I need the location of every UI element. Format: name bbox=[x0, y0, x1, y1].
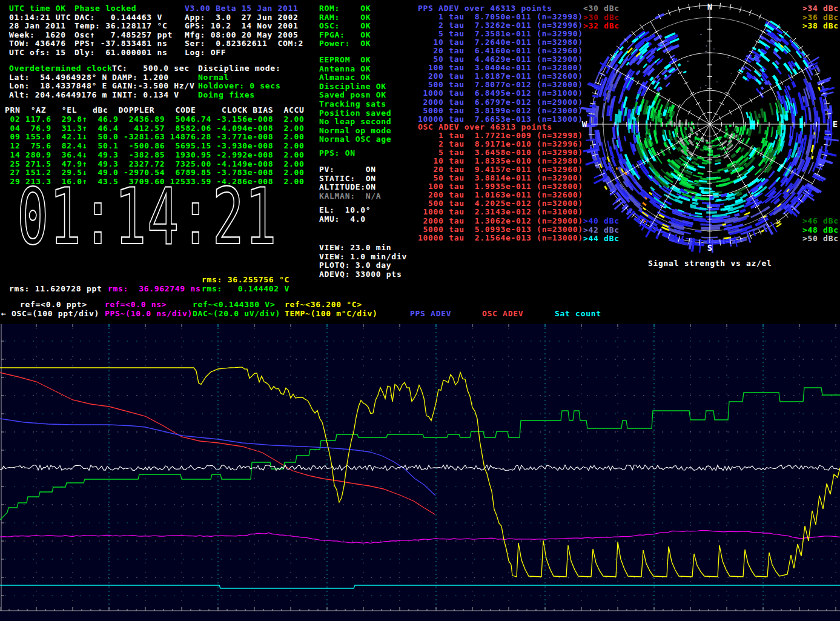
dbc-legend-ne: >34 dBc>36 dBc>38 dBc bbox=[802, 4, 839, 31]
osc-adev-table-line: 1 tau 1.7721e-009 (n=32998) bbox=[418, 131, 583, 140]
mask-settings-line: AMU: 4.0 bbox=[319, 215, 371, 224]
legend-osc-adev: OSC ADEV bbox=[482, 310, 523, 319]
ref-pps: ref=<0.0 ns> bbox=[105, 301, 167, 310]
receiver-status-line: Discipline OK bbox=[319, 82, 391, 91]
pps-adev-table-line: 20 tau 6.4160e-011 (n=32960) bbox=[418, 47, 583, 55]
legend-osc-adev-line: OSC ADEV bbox=[482, 310, 523, 319]
pps-state-line: PPS: ON bbox=[319, 149, 356, 158]
version-info-line: GPS: 10.2 14 Nov 2001 bbox=[185, 22, 303, 31]
dbc-legend-se-line: >48 dBc bbox=[802, 226, 839, 235]
position-info-line: Alt: 204.46449176 m bbox=[9, 91, 113, 100]
rms-dac: rms: 0.144402 V bbox=[202, 285, 289, 294]
loop-params-line: DAMP: 1.200 bbox=[112, 73, 194, 82]
hardware-status-line: RAM: OK bbox=[319, 13, 371, 22]
receiver-status-line: Almanac OK bbox=[319, 73, 391, 82]
fix-modes: PV: ONSTATIC: ONALTITUDE:ONKALMAN: N/A bbox=[319, 165, 381, 201]
pps-state: PPS: ON bbox=[319, 149, 356, 158]
legend-sat-count-line: Sat count bbox=[555, 310, 601, 319]
scale-pps: PPS~(10.0 ns/div) bbox=[105, 310, 193, 319]
scale-temp: TEMP~(100 m°C/div) bbox=[285, 310, 377, 319]
dbc-legend-nw-line: <30 dBc bbox=[583, 4, 620, 13]
oscillator-status-line: Temp: 36.128117 °C bbox=[74, 22, 173, 31]
satellite-table-line: 14 280.9 36.4↓ 49.3 -382.85 1930.95 -2.9… bbox=[5, 151, 305, 160]
discipline-status-line: Normal bbox=[198, 73, 280, 82]
digital-clock-text: 01:14:21 bbox=[17, 181, 277, 253]
osc-adev-table-line: 5 tau 3.6458e-010 (n=32990) bbox=[418, 148, 583, 157]
osc-adev-table-line: 50 tau 3.8814e-011 (n=32900) bbox=[418, 174, 583, 182]
dbc-legend-sw-line: >44 dBc bbox=[583, 234, 620, 244]
position-info: Overdetermined clockLat: 54.4964928° NLo… bbox=[9, 64, 113, 99]
discipline-status-line: Holdover: 0 secs bbox=[198, 82, 280, 91]
pps-adev-table-line: 10 tau 7.2640e-011 (n=32980) bbox=[418, 38, 583, 47]
time-status-line: UTC time OK bbox=[9, 4, 71, 13]
history-plot[interactable] bbox=[0, 324, 840, 621]
hardware-status-line: FPGA: OK bbox=[319, 31, 371, 40]
view-settings-line: VIEW: 23.0 min bbox=[319, 244, 407, 253]
big-clock: 01:14:21 bbox=[17, 181, 296, 253]
view-settings: VIEW: 23.0 minVIEW: 1.0 min/divPLOTQ: 3.… bbox=[319, 244, 407, 279]
dbc-legend-ne-line: >38 dBc bbox=[802, 22, 839, 31]
osc-adev-table-line: 10 tau 1.8335e-010 (n=32980) bbox=[418, 157, 583, 165]
version-info-line: App: 3.0 27 Jun 2002 bbox=[185, 13, 303, 22]
pps-adev-table-line: 500 tau 7.8077e-012 (n=32000) bbox=[418, 81, 583, 89]
version-info: V3.00 Beta 15 Jan 2011App: 3.0 27 Jun 20… bbox=[185, 4, 303, 58]
dbc-legend-sw-line: >42 dBc bbox=[583, 226, 620, 235]
position-info-line: Overdetermined clock bbox=[9, 64, 113, 73]
dbc-legend-sw-line: >40 dBc bbox=[583, 217, 620, 226]
legend-pps-adev: PPS ADEV bbox=[410, 310, 451, 319]
receiver-status-line: Normal op mode bbox=[319, 127, 391, 136]
scale-dac: DAC~(20.0 uV/div) bbox=[193, 310, 280, 319]
oscillator-status-line: DAC: 0.144463 V bbox=[74, 13, 173, 22]
fix-modes-line: KALMAN: N/A bbox=[319, 192, 381, 201]
compass-n: N bbox=[707, 2, 712, 12]
position-info-line: Lon: 18.4337848° E bbox=[9, 82, 113, 91]
position-info-line: Lat: 54.4964928° N bbox=[9, 73, 113, 82]
ref-temp-line: ref~<36.200 °C> bbox=[285, 301, 362, 310]
osc-adev-table-line: 2000 tau 1.3062e-012 (n=29000) bbox=[418, 217, 583, 225]
mask-settings: EL: 10.0°AMU: 4.0 bbox=[319, 206, 371, 224]
loop-params-line: TC: 500.0 sec bbox=[112, 64, 194, 73]
discipline-status-line: Discipline mode: bbox=[198, 64, 280, 73]
receiver-status-line: Tracking sats bbox=[319, 100, 391, 109]
rms-temp-line: rms: 36.255756 °C bbox=[202, 276, 289, 285]
satellite-table-line: 25 271.5 47.9↑ 49.3 2327.72 7325.00 -4.1… bbox=[5, 160, 305, 169]
rms-dac-line: rms: 0.144402 V bbox=[202, 285, 289, 294]
compass-s: S bbox=[707, 243, 712, 253]
polar-caption: Signal strength vs az/el bbox=[648, 259, 772, 268]
osc-adev-table-line: 10000 tau 2.1564e-013 (n=13000) bbox=[418, 234, 583, 242]
dbc-legend-se-line: >50 dBc bbox=[802, 234, 839, 244]
receiver-status-line: Position saved bbox=[319, 109, 391, 118]
satellite-table-line: PRN °AZ °EL dBc DOPPLER CODE CLOCK BIAS … bbox=[5, 106, 305, 115]
legend-sat-count: Sat count bbox=[555, 310, 601, 319]
pps-adev-table: PPS ADEV over 46313 points 1 tau 8.7050e… bbox=[418, 4, 583, 124]
pps-adev-table-line: PPS ADEV over 46313 points bbox=[418, 4, 583, 13]
pps-adev-table-line: 1000 tau 6.8495e-012 (n=31000) bbox=[418, 89, 583, 98]
pps-adev-table-line: 2000 tau 6.6797e-012 (n=29000) bbox=[418, 98, 583, 107]
time-status: UTC time OK01:14:21 UTC28 Jan 2011Week: … bbox=[9, 4, 71, 58]
loop-params: TC: 500.0 secDAMP: 1.200GAIN:-3.500 Hz/V… bbox=[112, 64, 194, 99]
pps-adev-table-line: 2 tau 7.3262e-011 (n=32996) bbox=[418, 21, 583, 30]
compass-e: E bbox=[833, 119, 838, 129]
view-settings-line: ADEVQ: 33000 pts bbox=[319, 270, 407, 279]
osc-adev-table-line: 1000 tau 2.3143e-012 (n=31000) bbox=[418, 208, 583, 216]
loop-params-line: INIT: 0.134 V bbox=[112, 91, 194, 100]
mask-settings-line: EL: 10.0° bbox=[319, 206, 371, 215]
legend-pps-adev-line: PPS ADEV bbox=[410, 310, 451, 319]
dbc-legend-ne-line: >36 dBc bbox=[802, 13, 839, 22]
ref-osc-line: ref=<0.0 ppt> bbox=[20, 301, 87, 310]
scale-dac-line: DAC~(20.0 uV/div) bbox=[193, 310, 280, 319]
rms-osc: rms: 11.620728 ppt bbox=[9, 285, 102, 294]
version-info-line: Ser: 0.82362611 COM:2 bbox=[185, 39, 303, 48]
fix-modes-line: ALTITUDE:ON bbox=[319, 183, 381, 192]
hardware-status-line: Power: OK bbox=[319, 39, 371, 48]
time-status-line: 01:14:21 UTC bbox=[9, 13, 71, 22]
ref-pps-line: ref=<0.0 ns> bbox=[105, 301, 167, 310]
scale-osc: ← OSC=(100 ppt/div) bbox=[1, 310, 99, 319]
satellite-table-line: 02 117.6 29.8↑ 46.9 2436.89 5046.74 -3.1… bbox=[5, 115, 305, 124]
satellite-table: PRN °AZ °EL dBc DOPPLER CODE CLOCK BIAS … bbox=[5, 106, 305, 187]
receiver-status-line: EEPROM OK bbox=[319, 56, 391, 65]
polar-caption-line: Signal strength vs az/el bbox=[648, 259, 772, 268]
receiver-status-line: No leap second bbox=[319, 118, 391, 127]
hardware-status: ROM: OKRAM: OKOSC: OKFPGA: OKPower: OK bbox=[319, 4, 371, 48]
lady-heather-console: NSWE 01:14:21 UTC time OK01:14:21 UTC28 … bbox=[0, 0, 840, 621]
